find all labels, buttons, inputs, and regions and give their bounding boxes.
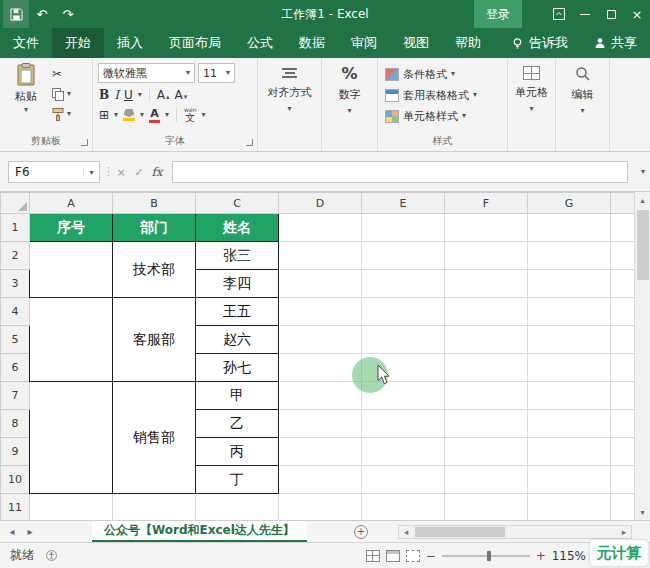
enter-button[interactable]: ✓ <box>130 161 148 183</box>
cell-f6[interactable] <box>445 354 528 382</box>
tab-home[interactable]: 开始 <box>52 28 104 58</box>
cell-c10[interactable]: 丁 <box>196 466 279 494</box>
cell-e6[interactable] <box>362 354 445 382</box>
cell-d3[interactable] <box>279 270 362 298</box>
cell-partial[interactable] <box>611 214 635 242</box>
cell-partial[interactable] <box>611 270 635 298</box>
cell-c3[interactable]: 李四 <box>196 270 279 298</box>
scroll-right-icon[interactable]: ▸ <box>617 527 631 537</box>
bold-button[interactable]: B <box>99 89 109 101</box>
cell-f1[interactable] <box>445 214 528 242</box>
cell-d5[interactable] <box>279 326 362 354</box>
minimize-button[interactable] <box>572 0 598 28</box>
increase-font-button[interactable]: A▴ <box>157 89 170 101</box>
cell-c6[interactable]: 孙七 <box>196 354 279 382</box>
cell-e9[interactable] <box>362 438 445 466</box>
cell-g11[interactable] <box>528 494 611 521</box>
editing-button[interactable]: 编辑 ▾ <box>556 66 609 115</box>
normal-view-icon[interactable] <box>366 550 380 562</box>
number-button[interactable]: % 数字 ▾ <box>322 66 377 115</box>
new-sheet-button[interactable]: + <box>354 525 368 539</box>
cell-e8[interactable] <box>362 410 445 438</box>
maximize-button[interactable] <box>598 0 624 28</box>
fill-color-button[interactable] <box>123 109 135 121</box>
cell-g8[interactable] <box>528 410 611 438</box>
cancel-button[interactable]: × <box>112 161 130 183</box>
cell-c11[interactable] <box>196 494 279 521</box>
name-box-dropdown-icon[interactable]: ▾ <box>83 168 99 177</box>
zoom-slider-thumb[interactable] <box>487 551 491 561</box>
cell-partial[interactable] <box>611 438 635 466</box>
cell-f9[interactable] <box>445 438 528 466</box>
tab-view[interactable]: 视图 <box>390 28 442 58</box>
cell-a7-merged[interactable] <box>30 382 113 494</box>
cell-c4[interactable]: 王五 <box>196 298 279 326</box>
font-dialog-launcher[interactable] <box>246 139 253 146</box>
cell-b2-merged[interactable]: 技术部 <box>113 242 196 298</box>
scroll-up-icon[interactable]: ▴ <box>635 192 650 208</box>
cell-e10[interactable] <box>362 466 445 494</box>
underline-button[interactable]: U <box>124 89 133 101</box>
cell-f4[interactable] <box>445 298 528 326</box>
cell-d7[interactable] <box>279 382 362 410</box>
cell-partial[interactable] <box>611 326 635 354</box>
row-header-2[interactable]: 2 <box>1 242 30 270</box>
cell-f5[interactable] <box>445 326 528 354</box>
zoom-level[interactable]: 115% <box>552 549 586 563</box>
zoom-out-button[interactable]: − <box>426 549 436 563</box>
cell-partial[interactable] <box>611 382 635 410</box>
cell-partial[interactable] <box>611 494 635 521</box>
cut-button[interactable]: ✂ <box>52 67 71 81</box>
zoom-in-button[interactable]: + <box>536 549 546 563</box>
sheet-tab[interactable]: 公众号【Word和Excel达人先生】 <box>92 521 307 542</box>
cell-d11[interactable] <box>279 494 362 521</box>
ribbon-display-options-button[interactable] <box>546 0 572 28</box>
tell-me-button[interactable]: 告诉我 <box>498 28 581 58</box>
col-header-d[interactable]: D <box>279 193 362 214</box>
cell-d4[interactable] <box>279 298 362 326</box>
paste-dropdown-icon[interactable]: ▾ <box>24 106 28 114</box>
cell-partial[interactable] <box>611 354 635 382</box>
cell-f11[interactable] <box>445 494 528 521</box>
tab-data[interactable]: 数据 <box>286 28 338 58</box>
copy-dropdown-icon[interactable]: ▾ <box>67 90 71 98</box>
row-header-7[interactable]: 7 <box>1 382 30 410</box>
cell-g6[interactable] <box>528 354 611 382</box>
copy-button[interactable]: ▾ <box>52 87 71 101</box>
cell-a4-merged[interactable] <box>30 298 113 382</box>
cell-c9[interactable]: 丙 <box>196 438 279 466</box>
tab-page-layout[interactable]: 页面布局 <box>156 28 234 58</box>
cell-a11[interactable] <box>30 494 113 521</box>
tab-help[interactable]: 帮助 <box>442 28 494 58</box>
cell-c2[interactable]: 张三 <box>196 242 279 270</box>
share-button[interactable]: 共享 <box>581 28 650 58</box>
cell-b1[interactable]: 部门 <box>113 214 196 242</box>
cell-c8[interactable]: 乙 <box>196 410 279 438</box>
page-break-view-icon[interactable] <box>406 550 420 562</box>
cell-e4[interactable] <box>362 298 445 326</box>
tab-insert[interactable]: 插入 <box>104 28 156 58</box>
format-painter-button[interactable]: ▾ <box>52 107 71 121</box>
phonetic-guide-button[interactable]: wén文 <box>184 107 196 123</box>
cell-e5[interactable] <box>362 326 445 354</box>
font-name-select[interactable]: 微软雅黑 ▾ <box>98 63 195 83</box>
cell-g5[interactable] <box>528 326 611 354</box>
row-header-6[interactable]: 6 <box>1 354 30 382</box>
font-size-select[interactable]: 11 ▾ <box>198 63 235 83</box>
col-header-f[interactable]: F <box>445 193 528 214</box>
row-header-11[interactable]: 11 <box>1 494 30 521</box>
vertical-scrollbar-thumb[interactable] <box>637 210 649 280</box>
conditional-formatting-button[interactable]: 条件格式 ▾ <box>385 65 455 83</box>
italic-button[interactable]: I <box>114 89 119 101</box>
cell-d9[interactable] <box>279 438 362 466</box>
cell-a2-merged[interactable] <box>30 242 113 298</box>
cell-f2[interactable] <box>445 242 528 270</box>
cell-e3[interactable] <box>362 270 445 298</box>
row-header-5[interactable]: 5 <box>1 326 30 354</box>
cell-g7[interactable] <box>528 382 611 410</box>
cell-f8[interactable] <box>445 410 528 438</box>
borders-button[interactable]: ⊞ <box>99 109 109 121</box>
col-header-c[interactable]: C <box>196 193 279 214</box>
col-header-g[interactable]: G <box>528 193 611 214</box>
format-as-table-button[interactable]: 套用表格格式 ▾ <box>385 86 477 104</box>
